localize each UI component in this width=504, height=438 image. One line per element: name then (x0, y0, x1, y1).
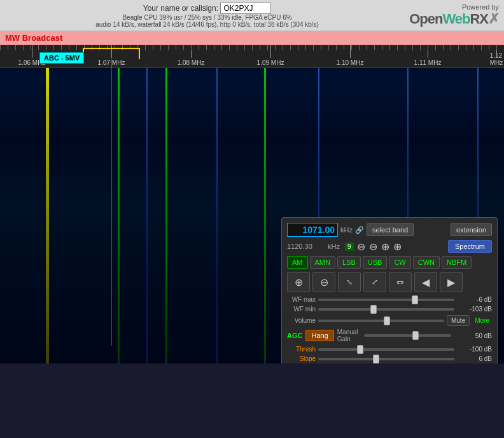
wf-max-value: -6 dB (457, 296, 492, 303)
freq-minor-tick (176, 45, 176, 50)
wf-max-label: WF max (287, 296, 316, 303)
freq-minor-tick (260, 45, 260, 50)
cpu-info: Beagle CPU 39% usr / 25% sys / 33% idle,… (5, 14, 409, 28)
freq-minor-tick (244, 45, 245, 50)
link-icon[interactable]: 🔗 (355, 226, 364, 234)
callsign-input[interactable] (220, 3, 271, 14)
freq-minor-tick (481, 45, 482, 50)
wf-min-row: WF min -103 dB (287, 306, 492, 313)
freq-minor-tick (61, 45, 62, 50)
freq-minor-tick (76, 45, 77, 50)
zoom-in-button[interactable]: ⊕ (287, 272, 310, 292)
callsign-label: Your name or callsign: (143, 4, 218, 13)
freq-tick-label: 1.10 MHz (337, 59, 364, 66)
thresh-slider[interactable] (318, 348, 454, 351)
freq-tick-line (350, 45, 351, 58)
freq-tick-label: 1.11 MHz (414, 59, 442, 66)
controls-panel: kHz 🔗 select band extension 1120.30 kHz … (281, 217, 498, 364)
volume-slider[interactable] (318, 320, 444, 322)
freq-minor-tick (53, 45, 54, 50)
waterfall-container[interactable]: 1.06 MHz1.07 MHz1.08 MHz1.09 MHz1.10 MHz… (0, 45, 504, 364)
freq-tick-line (32, 45, 32, 58)
mode-nbfm-button[interactable]: NBFM (442, 256, 472, 269)
freq-minor-tick (290, 45, 291, 50)
next-button[interactable]: ▶ (440, 272, 463, 292)
volume-row: Volume Mute More (287, 315, 492, 326)
secondary-freq-unit: kHz (328, 243, 340, 250)
thresh-row: Thresh -100 dB (287, 346, 492, 353)
freq-minor-tick (191, 45, 192, 50)
zoom-minus-button[interactable]: ⊖ (356, 241, 366, 253)
freq-minor-tick (298, 45, 298, 50)
freq-tick-label: 1.09 MHz (257, 59, 284, 66)
freq-minor-tick (412, 45, 413, 50)
freq-minor-tick (237, 45, 237, 50)
freq-minor-tick (46, 45, 46, 50)
freq-bracket-line (111, 59, 112, 346)
expand-button[interactable]: ⤢ (363, 272, 386, 292)
mode-am-button[interactable]: AM (287, 256, 308, 269)
freq-minor-tick (206, 45, 207, 50)
freq-minor-tick (458, 45, 459, 50)
freq-minor-tick (8, 45, 8, 50)
freq-minor-tick (267, 45, 268, 50)
more-button[interactable]: More (472, 316, 492, 325)
freq-minor-tick (344, 45, 344, 50)
slope-slider[interactable] (318, 358, 454, 360)
hang-button[interactable]: Hang (305, 330, 333, 341)
zoom-plus-button[interactable]: ⊕ (381, 241, 390, 253)
freq-minor-tick (336, 45, 337, 50)
mode-lsb-button[interactable]: LSB (337, 256, 361, 269)
zoom-plus2-button[interactable]: ⊕ (393, 241, 402, 253)
frequency-input[interactable] (287, 223, 338, 237)
freq-minor-tick (313, 45, 314, 50)
powered-by-section: Powered by OpenWebRX✗ (409, 3, 499, 27)
fit-button[interactable]: ⤡ (338, 272, 361, 292)
freq-tooltip: ABC - 5MV (39, 52, 84, 64)
freq-minor-tick (31, 45, 31, 50)
mode-amn-button[interactable]: AMN (310, 256, 335, 269)
mode-usb-button[interactable]: USB (363, 256, 388, 269)
freq-unit: kHz (340, 226, 353, 234)
freq-minor-tick (367, 45, 367, 50)
extension-button[interactable]: extension (451, 223, 492, 236)
icon-buttons-row: ⊕ ⊖ ⤡ ⤢ ⇔ ◀ ▶ (287, 272, 492, 292)
mode-buttons-row: AM AMN LSB USB CW CWN NBFM (287, 256, 492, 269)
freq-minor-tick (38, 45, 39, 50)
freq-tick-label: 1.08 MHz (178, 59, 205, 66)
manual-gain-value: 50 dB (457, 332, 492, 339)
freq-minor-tick (389, 45, 390, 50)
thresh-label: Thresh (287, 346, 316, 353)
zoom-minus2-button[interactable]: ⊖ (368, 241, 378, 253)
freq-minor-tick (473, 45, 474, 50)
freq-minor-tick (321, 45, 321, 50)
freq-minor-tick (420, 45, 421, 50)
freq-minor-tick (15, 45, 16, 50)
slope-value: 6 dB (457, 355, 492, 362)
freq-minor-tick (229, 45, 230, 50)
prev-button[interactable]: ◀ (414, 272, 437, 292)
freq-minor-tick (275, 45, 276, 50)
secondary-frequency: 1120.30 (287, 243, 325, 250)
zoom-out-button[interactable]: ⊖ (312, 272, 335, 292)
select-band-button[interactable]: select band (367, 223, 414, 236)
wf-min-value: -103 dB (457, 306, 492, 313)
spectrum-button[interactable]: Spectrum (448, 240, 492, 253)
wf-max-slider[interactable] (318, 299, 454, 301)
thresh-value: -100 dB (457, 346, 492, 353)
manual-gain-slider[interactable] (364, 334, 451, 337)
mode-cwn-button[interactable]: CWN (413, 256, 440, 269)
slope-label: Slope (287, 355, 316, 362)
swap-button[interactable]: ⇔ (389, 272, 412, 292)
freq-minor-tick (305, 45, 306, 50)
freq-minor-tick (0, 45, 1, 50)
mode-cw-button[interactable]: CW (389, 256, 410, 269)
header-center: Your name or callsign: Beagle CPU 39% us… (5, 3, 409, 28)
mute-button[interactable]: Mute (447, 315, 470, 326)
wf-min-slider[interactable] (318, 308, 454, 311)
freq-minor-tick (168, 45, 169, 50)
freq-minor-tick (397, 45, 398, 50)
freq-minor-tick (69, 45, 69, 50)
signal-line-1 (46, 45, 49, 364)
freq-minor-tick (443, 45, 444, 50)
